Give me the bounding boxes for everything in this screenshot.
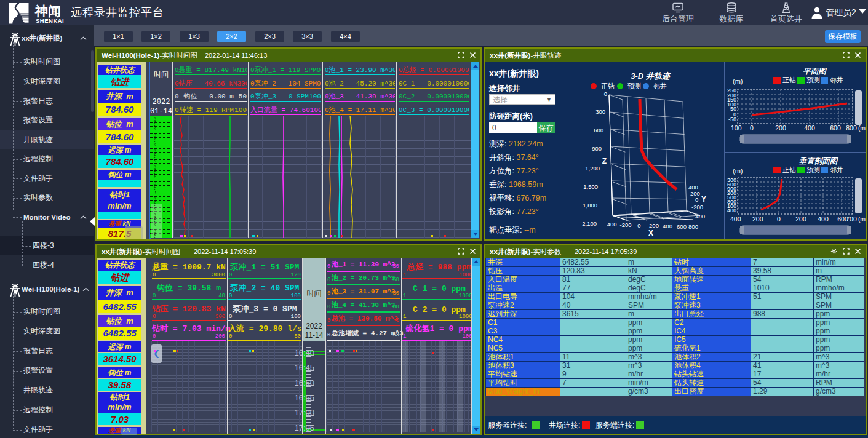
- svg-text:781.6: 781.6: [153, 197, 156, 210]
- svg-text:1,800: 1,800: [583, 202, 597, 209]
- svg-text:-400: -400: [693, 213, 705, 220]
- svg-text:垂直剖面图: 垂直剖面图: [799, 157, 838, 165]
- svg-text:正钻: 正钻: [782, 76, 796, 84]
- svg-text:900: 900: [592, 145, 602, 152]
- svg-text:X: X: [648, 229, 653, 237]
- svg-text:781.8: 781.8: [153, 213, 156, 226]
- svg-text:200: 200: [775, 124, 786, 132]
- svg-text:0: 0: [750, 124, 754, 132]
- svg-text:0: 0: [637, 222, 640, 229]
- svg-text:邻井: 邻井: [830, 166, 843, 173]
- svg-text:预测: 预测: [627, 82, 641, 90]
- svg-text:Y: Y: [701, 195, 706, 204]
- svg-text:1,500: 1,500: [583, 183, 598, 190]
- svg-text:正钻: 正钻: [601, 82, 615, 90]
- svg-text:正钻: 正钻: [782, 166, 796, 173]
- svg-text:平面图: 平面图: [803, 67, 827, 76]
- svg-text:400: 400: [663, 223, 672, 229]
- svg-text:800: 800: [846, 124, 857, 132]
- svg-text:-400: -400: [728, 215, 741, 223]
- svg-text:781.4: 781.4: [153, 181, 156, 194]
- svg-text:400: 400: [804, 124, 815, 132]
- svg-text:782.0: 782.0: [153, 229, 156, 238]
- svg-text:-400: -400: [605, 221, 616, 228]
- svg-text:400: 400: [818, 215, 829, 223]
- svg-text:(m: (m: [858, 215, 866, 223]
- svg-text:Z: Z: [602, 157, 607, 165]
- svg-text:预测: 预测: [806, 166, 820, 173]
- svg-text:800: 800: [688, 223, 698, 230]
- svg-text:0: 0: [777, 215, 781, 223]
- svg-text:邻井: 邻井: [830, 76, 843, 84]
- svg-text:780.6: 780.6: [153, 117, 156, 130]
- svg-text:781.2: 781.2: [153, 165, 156, 178]
- svg-text:600: 600: [594, 127, 603, 133]
- svg-text:(m): (m): [733, 167, 743, 175]
- svg-text:0: 0: [604, 90, 607, 97]
- svg-text:(m: (m: [858, 124, 866, 132]
- svg-text:-100: -100: [728, 124, 741, 132]
- svg-text:0: 0: [695, 196, 698, 203]
- svg-text:200: 200: [795, 215, 806, 223]
- svg-text:200: 200: [649, 222, 659, 229]
- svg-text:700: 700: [846, 215, 857, 223]
- svg-text:600: 600: [830, 124, 841, 132]
- svg-text:780.8: 780.8: [153, 133, 156, 146]
- svg-text:400: 400: [727, 207, 736, 213]
- svg-text:1,200: 1,200: [585, 165, 600, 172]
- svg-text:781.0: 781.0: [153, 149, 156, 162]
- svg-text:-200: -200: [691, 204, 703, 210]
- svg-text:-200: -200: [619, 221, 631, 228]
- svg-text:预测: 预测: [806, 76, 820, 84]
- svg-text:600: 600: [677, 223, 687, 230]
- svg-text:2,100: 2,100: [582, 220, 597, 227]
- svg-text:3-D 井轨迹: 3-D 井轨迹: [631, 71, 672, 81]
- svg-text:邻井: 邻井: [653, 82, 667, 90]
- svg-text:(m): (m): [733, 78, 743, 85]
- svg-text:300: 300: [595, 108, 605, 115]
- svg-text:-200: -200: [750, 215, 763, 223]
- svg-text:-50: -50: [728, 116, 736, 122]
